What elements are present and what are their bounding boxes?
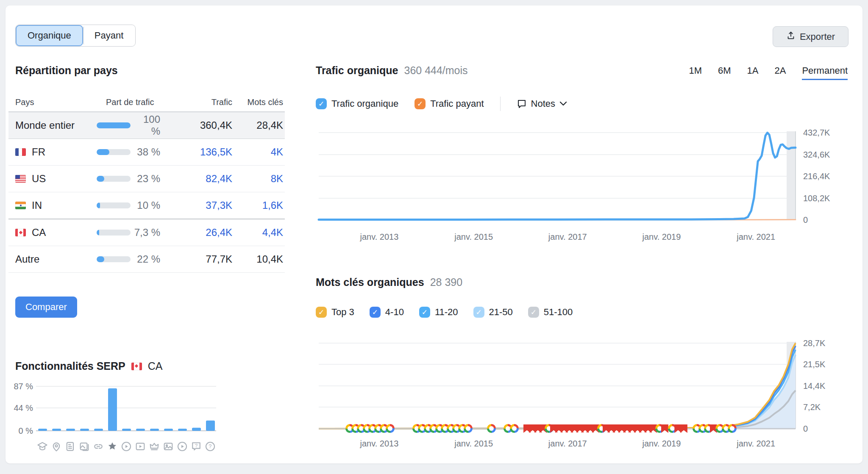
serp-y-axis-label: 44 % (4, 403, 33, 413)
x-axis-label: janv. 2019 (628, 439, 696, 449)
top-stories-icon (148, 441, 160, 452)
period-tab-1a[interactable]: 1A (747, 65, 759, 80)
legend-checkbox-11-20[interactable]: ✓11-20 (419, 307, 458, 318)
traffic-value: 360,4K (177, 119, 232, 131)
traffic-type-toggle: Organique Payant (15, 25, 136, 47)
legend-checkbox-4-10[interactable]: ✓4-10 (370, 307, 404, 318)
video-icon (120, 441, 132, 452)
traffic-value[interactable]: 136,5K (177, 146, 232, 158)
instant-answer-icon (36, 441, 48, 452)
traffic-value[interactable]: 82,4K (177, 173, 232, 185)
table-row[interactable]: FR38 %136,5K4K (8, 139, 285, 166)
local-pack-icon (50, 441, 62, 452)
country-cell: FR (15, 146, 45, 158)
col-header-pays: Pays (15, 97, 34, 107)
keywords-value[interactable]: 4K (236, 146, 283, 158)
serp-section-title: Fonctionnalités SERP (15, 360, 125, 372)
keywords-legend-row: ✓Top 3✓4-10✓11-20✓21-50✓51-100 (316, 307, 573, 318)
keywords-value[interactable]: 8K (236, 173, 283, 185)
traffic-value[interactable]: 37,3K (177, 200, 232, 211)
x-axis-label: janv. 2015 (440, 439, 508, 449)
fr-flag-icon (15, 148, 26, 156)
legend-checkbox-trafic-payant[interactable]: ✓Trafic payant (415, 98, 484, 109)
toggle-payant[interactable]: Payant (83, 25, 136, 46)
checkbox-icon: ✓ (316, 98, 327, 109)
table-row[interactable]: Monde entier100 %360,4K28,4K (8, 112, 285, 139)
country-label: US (32, 173, 46, 185)
x-axis-label: janv. 2015 (440, 232, 508, 242)
checkbox-icon: ✓ (419, 307, 430, 318)
checkbox-icon: ✓ (528, 307, 539, 318)
y-axis-label: 14,4K (803, 381, 825, 391)
period-tab-1m[interactable]: 1M (689, 65, 702, 80)
legend-divider (500, 97, 501, 111)
ca-flag-icon (15, 229, 26, 236)
export-label: Exporter (800, 31, 835, 42)
x-axis-label: janv. 2019 (628, 232, 696, 242)
traffic-share-bar (97, 176, 131, 182)
keywords-header: Mots clés organiques 28 390 (316, 276, 462, 288)
country-label: CA (32, 227, 46, 238)
col-header-keywords: Mots clés (238, 97, 283, 107)
share-percent: 100 % (134, 114, 160, 137)
svg-text:?: ? (195, 443, 198, 448)
traffic-value: 77,7K (177, 253, 232, 265)
table-row[interactable]: IN10 %37,3K1,6K (8, 192, 285, 219)
col-header-traffic: Trafic (178, 97, 232, 107)
keywords-value[interactable]: 1,6K (236, 200, 283, 211)
share-percent: 22 % (134, 253, 160, 265)
country-label: Autre (15, 253, 39, 265)
compare-button[interactable]: Comparer (15, 297, 77, 318)
export-icon (786, 31, 796, 43)
x-axis-label: janv. 2013 (345, 232, 413, 242)
y-axis-label: 432,7K (803, 128, 830, 138)
legend-checkbox-top-3[interactable]: ✓Top 3 (316, 307, 354, 318)
legend-checkbox-trafic-organique[interactable]: ✓Trafic organique (316, 98, 398, 109)
table-row[interactable]: CA7,3 %26,4K4,4K (8, 219, 285, 246)
organic-legend-row: ✓Trafic organique✓Trafic payantNotes (316, 97, 567, 111)
share-percent: 38 % (134, 146, 160, 158)
faq-icon: ? (190, 441, 202, 452)
keywords-title: Mots clés organiques (316, 276, 424, 288)
note-icon (517, 99, 527, 109)
serp-y-axis-label: 87 % (4, 382, 33, 391)
share-percent: 7,3 % (134, 227, 160, 238)
legend-label: Trafic organique (331, 98, 398, 109)
period-tab-6m[interactable]: 6M (718, 65, 731, 80)
countries-table: Monde entier100 %360,4K28,4KFR38 %136,5K… (8, 112, 285, 273)
keywords-value[interactable]: 4,4K (236, 227, 283, 238)
export-button[interactable]: Exporter (773, 26, 849, 47)
notes-dropdown[interactable]: Notes (517, 98, 567, 109)
legend-checkbox-51-100[interactable]: ✓51-100 (528, 307, 573, 318)
period-tab-permanent[interactable]: Permanent (802, 65, 848, 80)
traffic-share-bar (97, 256, 131, 262)
traffic-share-bar (97, 202, 131, 208)
country-label: IN (32, 200, 42, 211)
y-axis-label: 0 (803, 424, 808, 434)
y-axis-label: 324,6K (803, 150, 830, 160)
col-header-share: Part de trafic (106, 97, 154, 107)
table-row[interactable]: Autre22 %77,7K10,4K (8, 246, 285, 273)
keywords-value: 28 390 (430, 276, 462, 288)
table-row[interactable]: US23 %82,4K8K (8, 166, 285, 192)
legend-label: Top 3 (331, 307, 354, 318)
checkbox-icon: ✓ (370, 307, 381, 318)
share-percent: 23 % (134, 173, 160, 185)
x-axis-label: janv. 2017 (534, 439, 601, 449)
country-cell: CA (15, 227, 46, 238)
period-tab-2a[interactable]: 2A (774, 65, 786, 80)
google-update-marker-icon[interactable] (464, 424, 473, 433)
traffic-share-bar (97, 122, 131, 128)
legend-checkbox-21-50[interactable]: ✓21-50 (473, 307, 513, 318)
us-flag-icon (15, 175, 26, 183)
traffic-value[interactable]: 26,4K (177, 227, 232, 238)
countries-section-title: Répartition par pays (15, 64, 118, 77)
dashboard-screen: Organique Payant Exporter Répartition pa… (0, 0, 868, 474)
images-icon (78, 441, 90, 452)
google-update-marker-icon[interactable] (386, 424, 395, 433)
image-pack-icon (162, 441, 174, 452)
organic-traffic-chart (319, 127, 796, 222)
toggle-organique[interactable]: Organique (16, 25, 83, 46)
period-tabs: 1M6M1A2APermanent (689, 65, 848, 80)
share-percent: 10 % (134, 200, 160, 211)
